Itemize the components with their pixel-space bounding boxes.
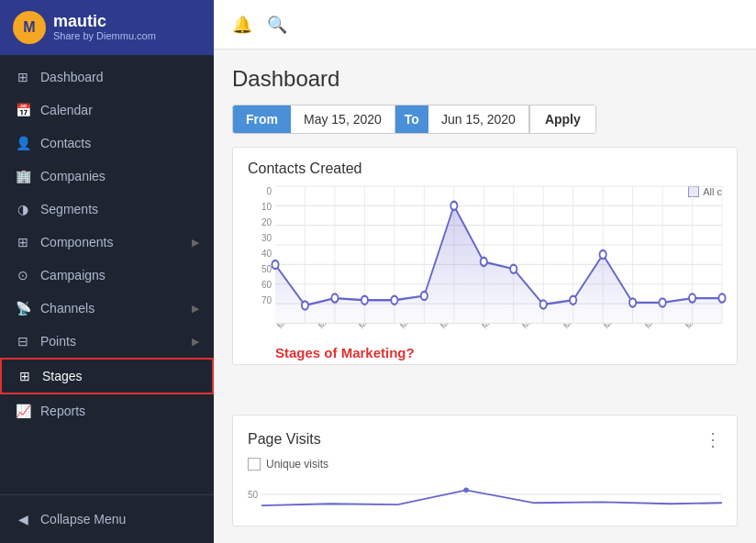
svg-point-34 [570, 296, 576, 305]
sidebar-item-dashboard[interactable]: ⊞ Dashboard [0, 61, 214, 94]
date-filter-bar: From May 15, 2020 To Jun 15, 2020 Apply [232, 105, 596, 134]
sidebar-item-calendar[interactable]: 📅 Calendar [0, 94, 214, 127]
page-visits-title: Page Visits [248, 431, 321, 448]
sidebar-nav: ⊞ Dashboard 📅 Calendar 👤 Contacts 🏢 Comp… [0, 55, 214, 494]
sidebar-item-label: Campaigns [40, 268, 106, 283]
companies-icon: 🏢 [15, 169, 31, 183]
svg-point-24 [272, 260, 278, 269]
from-date-value[interactable]: May 15, 2020 [291, 105, 395, 134]
svg-point-35 [600, 250, 606, 259]
svg-point-37 [659, 298, 665, 306]
page-visits-card: Page Visits ⋮ Unique visits 50 [232, 415, 738, 526]
logo-icon: M [13, 11, 46, 44]
svg-point-26 [331, 294, 338, 302]
logo-title: mautic [53, 13, 156, 29]
contacts-icon: 👤 [15, 136, 31, 150]
svg-point-33 [540, 300, 547, 308]
topbar: 🔔 🔍 [214, 0, 756, 50]
chart-svg-area: May 15, 20 May 16, 20 May 17, 20 May 18,… [275, 186, 722, 324]
svg-point-29 [421, 292, 428, 300]
components-icon: ⊞ [15, 235, 31, 249]
unique-visits-checkbox[interactable] [248, 458, 261, 471]
sidebar-bottom: ◀ Collapse Menu [0, 494, 214, 543]
pv-y-label: 50 [248, 490, 258, 500]
sidebar-item-points[interactable]: ⊟ Points ▶ [0, 325, 214, 358]
campaigns-icon: ⊙ [15, 268, 31, 283]
main-content: 🔔 🔍 Dashboard From May 15, 2020 To Jun 1… [214, 0, 756, 543]
svg-point-38 [689, 294, 695, 302]
to-date-value[interactable]: Jun 15, 2020 [428, 105, 529, 134]
bell-icon[interactable]: 🔔 [232, 15, 252, 35]
main-content-area: Dashboard From May 15, 2020 To Jun 15, 2… [214, 50, 756, 543]
page-title: Dashboard [232, 66, 738, 92]
dashboard-icon: ⊞ [15, 70, 31, 84]
sidebar-item-label: Dashboard [40, 70, 104, 84]
channels-icon: 📡 [15, 301, 31, 316]
chevron-right-icon: ▶ [192, 303, 199, 315]
sidebar-logo: M mautic Share by Diemmu.com [0, 0, 214, 55]
sidebar-item-label: Stages [42, 369, 83, 383]
unique-visits-label: Unique visits [266, 458, 328, 471]
sidebar-item-stages[interactable]: ⊞ Stages [0, 358, 214, 394]
sidebar-item-label: Points [40, 334, 76, 349]
points-icon: ⊟ [15, 334, 31, 349]
sidebar-item-label: Segments [40, 202, 98, 216]
svg-point-30 [450, 202, 457, 210]
reports-icon: 📈 [15, 404, 31, 418]
stages-annotation: Stages of Marketing? [275, 345, 415, 360]
sidebar-item-campaigns[interactable]: ⊙ Campaigns [0, 259, 214, 292]
svg-point-39 [718, 294, 725, 302]
sidebar-item-segments[interactable]: ◑ Segments [0, 193, 214, 226]
collapse-icon: ◀ [15, 512, 31, 526]
chevron-right-icon: ▶ [192, 336, 199, 348]
sidebar-item-companies[interactable]: 🏢 Companies [0, 160, 214, 193]
sidebar-item-components[interactable]: ⊞ Components ▶ [0, 226, 214, 259]
sidebar-item-label: Contacts [40, 136, 91, 150]
contacts-chart-container: All c 70 60 50 40 30 20 10 0 [248, 186, 722, 351]
stages-icon: ⊞ [17, 369, 33, 383]
sidebar-item-label: Companies [40, 169, 106, 183]
collapse-menu-button[interactable]: ◀ Collapse Menu [0, 503, 214, 536]
svg-point-32 [510, 265, 517, 273]
contacts-chart-card: Contacts Created All c 70 60 50 40 30 20… [232, 147, 738, 365]
logo-subtitle: Share by Diemmu.com [53, 29, 156, 42]
logo-text: mautic Share by Diemmu.com [53, 13, 156, 42]
sidebar-item-label: Components [40, 235, 113, 249]
sidebar-item-label: Calendar [40, 103, 93, 117]
svg-point-28 [391, 296, 397, 305]
collapse-label: Collapse Menu [40, 512, 126, 526]
sidebar-item-contacts[interactable]: 👤 Contacts [0, 127, 214, 160]
apply-button[interactable]: Apply [529, 105, 595, 134]
search-icon[interactable]: 🔍 [267, 15, 287, 35]
svg-point-36 [629, 298, 636, 306]
to-label: To [395, 105, 428, 134]
segments-icon: ◑ [15, 202, 31, 216]
from-label: From [233, 105, 291, 134]
svg-point-41 [463, 488, 469, 493]
y-axis: 70 60 50 40 30 20 10 0 [248, 186, 272, 305]
sidebar-item-channels[interactable]: 📡 Channels ▶ [0, 292, 214, 325]
contacts-line-chart [275, 186, 722, 324]
sidebar-item-reports[interactable]: 📈 Reports [0, 394, 214, 427]
sidebar-item-label: Channels [40, 301, 94, 316]
contacts-chart-title: Contacts Created [248, 161, 722, 177]
svg-point-31 [481, 258, 487, 266]
sidebar: M mautic Share by Diemmu.com ⊞ Dashboard… [0, 0, 214, 543]
svg-point-25 [302, 301, 308, 309]
sidebar-item-label: Reports [40, 404, 85, 418]
page-visits-chart [261, 481, 722, 508]
page-visits-header: Page Visits ⋮ [248, 428, 722, 450]
page-visits-menu-icon[interactable]: ⋮ [704, 428, 722, 450]
svg-point-27 [361, 296, 368, 305]
chevron-right-icon: ▶ [192, 237, 199, 249]
calendar-icon: 📅 [15, 103, 31, 117]
